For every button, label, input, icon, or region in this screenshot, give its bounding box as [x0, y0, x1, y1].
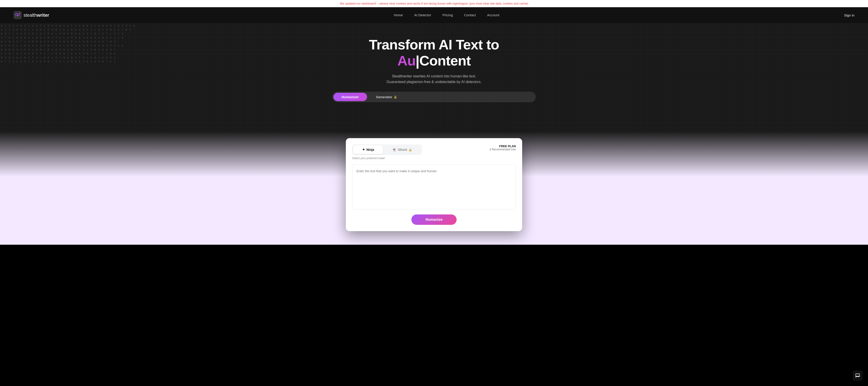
recommended-use: ℹ Recommended Use: [490, 148, 516, 151]
nav-pricing[interactable]: Pricing: [442, 13, 453, 17]
hero-content-area: Transform AI Text to Au|Content Stealthw…: [0, 23, 868, 131]
announcement-banner: We updated our dashboard! – please clear…: [0, 0, 868, 7]
chat-icon: [855, 373, 860, 378]
nav-home[interactable]: Home: [394, 13, 403, 17]
hero-content: Transform AI Text to Au|Content Stealthw…: [332, 37, 536, 102]
plan-info: FREE PLAN ℹ Recommended Use: [490, 144, 516, 151]
ghost-model-button[interactable]: 👻 Ghost 🔒: [383, 145, 421, 154]
model-label: Select your prefered model: [352, 157, 422, 160]
logo-icon: [13, 11, 22, 19]
hero-section: K L G 3 V B Q L G 0 F 5 B 0 Q N 5 0 F 8 …: [0, 23, 868, 131]
generator-lock-icon: 🔒: [394, 95, 397, 99]
card-wrapper: ✦ Ninja 👻 Ghost 🔒 Select your prefered m…: [0, 131, 868, 245]
plan-badge: FREE PLAN: [490, 144, 516, 148]
model-selector: ✦ Ninja 👻 Ghost 🔒: [352, 144, 422, 155]
chat-widget[interactable]: [852, 371, 863, 381]
hero-title: Transform AI Text to Au|Content: [332, 37, 536, 69]
model-selector-area: ✦ Ninja 👻 Ghost 🔒 Select your prefered m…: [352, 144, 422, 163]
humanize-textarea[interactable]: [352, 164, 516, 209]
signin-link[interactable]: Sign in: [844, 13, 855, 17]
main-card: ✦ Ninja 👻 Ghost 🔒 Select your prefered m…: [346, 138, 522, 231]
ghost-icon: 👻: [392, 148, 397, 152]
generator-mode-button[interactable]: Generator 🔒: [368, 93, 405, 101]
ghost-lock-icon: 🔒: [408, 148, 412, 151]
hero-subtitle: Stealthwriter rewrites AI content into h…: [332, 73, 536, 85]
nav-account[interactable]: Account: [487, 13, 499, 17]
logo-link[interactable]: stealthwriter: [13, 11, 49, 19]
info-icon: ℹ: [490, 148, 491, 151]
ninja-model-button[interactable]: ✦ Ninja: [353, 145, 383, 154]
svg-point-1: [17, 15, 18, 16]
humanize-button[interactable]: Humanize: [411, 214, 457, 225]
mode-toggle: Humanizer Generator 🔒: [332, 92, 536, 102]
humanizer-mode-button[interactable]: Humanizer: [333, 93, 367, 101]
nav-links: Home AI Detector Pricing Contact Account: [394, 13, 499, 17]
navbar: stealthwriter Home AI Detector Pricing C…: [0, 7, 868, 23]
logo-text: stealthwriter: [24, 13, 49, 18]
nav-ai-detector[interactable]: AI Detector: [414, 13, 431, 17]
card-top-row: ✦ Ninja 👻 Ghost 🔒 Select your prefered m…: [352, 144, 516, 163]
nav-contact[interactable]: Contact: [464, 13, 476, 17]
banner-text: We updated our dashboard! – please clear…: [340, 2, 528, 5]
ninja-icon: ✦: [362, 148, 365, 152]
